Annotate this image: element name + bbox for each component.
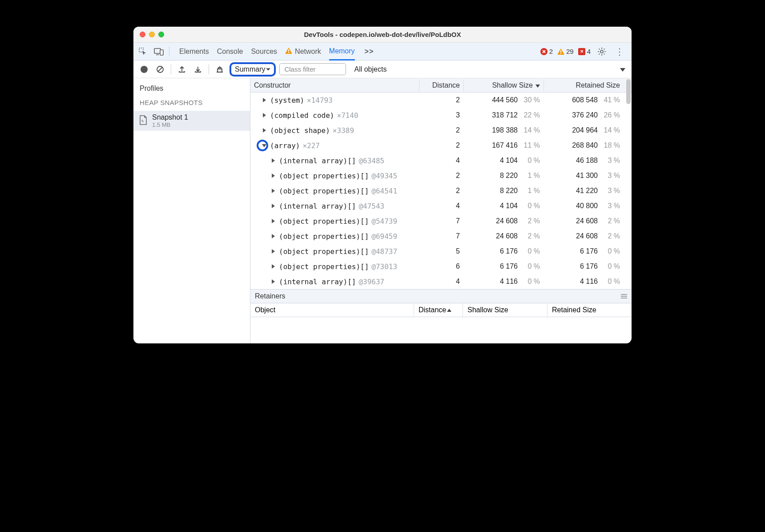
window-controls — [133, 32, 164, 37]
retained-size-cell: 24 6082 % — [544, 216, 624, 226]
disclosure-down-icon[interactable] — [261, 143, 267, 148]
shallow-size-cell: 8 2201 % — [463, 171, 544, 181]
minimize-button[interactable] — [149, 32, 155, 37]
constructor-cell: (internal array)[] @63485 — [250, 156, 419, 166]
constructor-cell: (compiled code) ×7140 — [250, 110, 419, 121]
disclosure-right-icon[interactable] — [270, 264, 276, 269]
snapshot-item[interactable]: % Snapshot 1 1.5 MB — [133, 111, 250, 131]
warning-count[interactable]: 29 — [557, 48, 574, 55]
col-distance[interactable]: Distance — [419, 80, 463, 91]
distance-cell: 7 — [419, 231, 463, 241]
disclosure-right-icon[interactable] — [261, 98, 267, 102]
constructor-name: (system) — [270, 96, 304, 105]
constructor-cell: (object properties)[] @49345 — [250, 171, 419, 181]
tab-network[interactable]: Network — [285, 43, 321, 60]
retained-size-cell: 6 1760 % — [544, 246, 624, 256]
constructors-grid: (system) ×147932444 56030 %608 54841 %(c… — [250, 93, 632, 289]
disclosure-right-icon[interactable] — [270, 249, 276, 254]
object-filter-dropdown[interactable]: All objects — [354, 65, 616, 73]
record-button[interactable] — [138, 63, 150, 76]
menu-icon[interactable] — [621, 292, 627, 300]
class-filter-input[interactable] — [279, 63, 346, 75]
ret-col-distance[interactable]: Distance — [414, 303, 463, 317]
collect-garbage-button[interactable] — [213, 63, 226, 76]
table-row[interactable]: (internal array)[] @6348544 1040 %46 188… — [250, 153, 632, 168]
constructor-cell: (object properties)[] @48737 — [250, 246, 419, 257]
tab-sources[interactable]: Sources — [251, 43, 277, 60]
warning-icon — [285, 48, 292, 56]
distance-cell: 6 — [419, 262, 463, 271]
table-row[interactable]: (object properties)[] @6454128 2201 %41 … — [250, 183, 632, 198]
load-profile-button[interactable] — [176, 63, 188, 76]
maximize-button[interactable] — [158, 32, 164, 37]
view-dropdown[interactable]: Summary — [230, 62, 276, 77]
table-row[interactable]: (internal array)[] @4754344 1040 %40 800… — [250, 198, 632, 214]
table-row[interactable]: (array) ×2272167 41611 %268 84018 % — [250, 138, 632, 153]
kebab-menu-icon[interactable]: ⋮ — [613, 45, 626, 58]
svg-rect-5 — [288, 52, 289, 53]
shallow-size-cell: 444 56030 % — [463, 95, 544, 105]
clear-button[interactable] — [154, 63, 166, 76]
ret-col-shallow[interactable]: Shallow Size — [463, 303, 547, 317]
constructor-name: (object properties)[] — [279, 247, 369, 256]
disclosure-right-icon[interactable] — [270, 158, 276, 163]
more-tabs-button[interactable]: >> — [365, 48, 374, 56]
disclosure-right-icon[interactable] — [270, 189, 276, 193]
shallow-size-cell: 198 38814 % — [463, 125, 544, 135]
table-row[interactable]: (object properties)[] @69459724 6082 %24… — [250, 229, 632, 244]
disclosure-right-icon[interactable] — [270, 173, 276, 178]
table-row[interactable]: (system) ×147932444 56030 %608 54841 % — [250, 93, 632, 108]
ret-col-retained[interactable]: Retained Size — [547, 303, 632, 317]
save-profile-button[interactable] — [192, 63, 204, 76]
heap-snapshot-view: Constructor Distance Shallow Size Retain… — [250, 78, 632, 343]
retained-size-cell: 41 3003 % — [544, 171, 624, 181]
tab-memory[interactable]: Memory — [329, 43, 355, 60]
object-id: @49345 — [371, 172, 397, 180]
object-id: @54739 — [371, 217, 397, 226]
shallow-size-cell: 6 1760 % — [463, 262, 544, 271]
error-count[interactable]: 2 — [540, 48, 553, 55]
close-button[interactable] — [140, 32, 145, 37]
snapshot-file-icon: % — [139, 115, 148, 127]
distance-cell: 3 — [419, 110, 463, 120]
col-constructor[interactable]: Constructor — [250, 80, 419, 91]
instance-count: ×3389 — [333, 126, 354, 135]
shallow-size-cell: 4 1040 % — [463, 201, 544, 211]
table-row[interactable]: (object properties)[] @4934528 2201 %41 … — [250, 168, 632, 183]
table-row[interactable]: (object properties)[] @7301366 1760 %6 1… — [250, 259, 632, 274]
constructor-name: (compiled code) — [270, 111, 334, 120]
separator — [171, 64, 171, 74]
tab-console[interactable]: Console — [217, 43, 243, 60]
disclosure-right-icon[interactable] — [270, 234, 276, 238]
constructors-header: Constructor Distance Shallow Size Retain… — [250, 78, 632, 93]
titlebar: DevTools - codepen.io/web-dot-dev/live/P… — [133, 27, 632, 43]
svg-rect-3 — [160, 50, 163, 55]
constructor-name: (object properties)[] — [279, 262, 369, 271]
constructor-name: (object properties)[] — [279, 217, 369, 226]
table-row[interactable]: (object properties)[] @4873756 1760 %6 1… — [250, 244, 632, 259]
disclosure-right-icon[interactable] — [270, 279, 276, 284]
tab-elements[interactable]: Elements — [179, 43, 209, 60]
settings-icon[interactable] — [595, 45, 608, 58]
col-shallow-size[interactable]: Shallow Size — [463, 80, 544, 91]
ret-col-object[interactable]: Object — [250, 303, 414, 317]
table-row[interactable]: (internal array)[] @3963744 1160 %4 1160… — [250, 274, 632, 289]
disclosure-right-icon[interactable] — [261, 113, 267, 117]
tab-network-label: Network — [295, 48, 321, 56]
table-row[interactable]: (compiled code) ×71403318 71222 %376 240… — [250, 108, 632, 123]
issues-count[interactable]: ✕ 4 — [578, 48, 591, 55]
table-row[interactable]: (object properties)[] @54739724 6082 %24… — [250, 214, 632, 229]
retainers-body — [250, 317, 632, 342]
table-row[interactable]: (object shape) ×33892198 38814 %204 9641… — [250, 123, 632, 138]
col-retained-size[interactable]: Retained Size — [544, 80, 624, 91]
instance-count: ×7140 — [337, 111, 358, 120]
disclosure-right-icon[interactable] — [270, 219, 276, 223]
inspect-icon[interactable] — [136, 45, 149, 58]
svg-rect-7 — [560, 50, 561, 52]
device-toggle-icon[interactable] — [152, 45, 165, 58]
disclosure-right-icon[interactable] — [270, 204, 276, 208]
disclosure-right-icon[interactable] — [261, 128, 267, 133]
shallow-size-cell: 318 71222 % — [463, 110, 544, 120]
shallow-size-cell: 24 6082 % — [463, 231, 544, 241]
shallow-size-cell: 167 41611 % — [463, 141, 544, 150]
